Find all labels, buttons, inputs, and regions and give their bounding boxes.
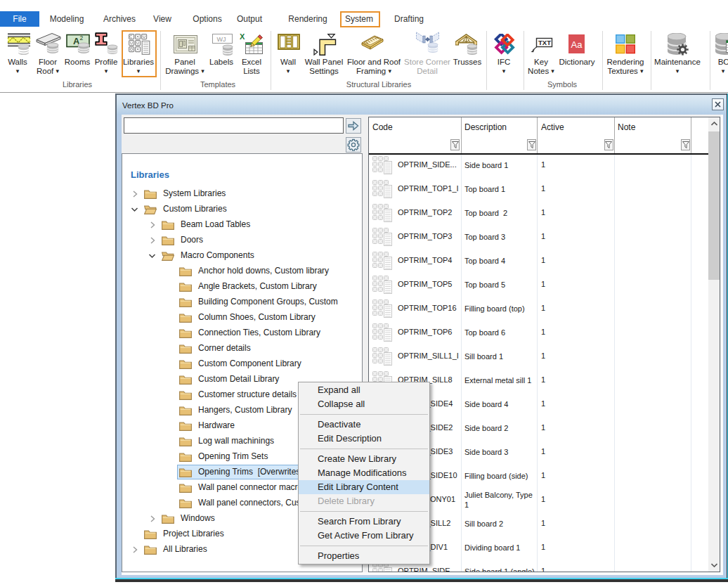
svg-text:Aa: Aa — [571, 39, 583, 50]
svg-text:2: 2 — [80, 34, 84, 41]
svg-text:X: X — [240, 32, 245, 41]
svg-text:TXT: TXT — [538, 39, 551, 46]
svg-text:WJ: WJ — [217, 36, 226, 43]
